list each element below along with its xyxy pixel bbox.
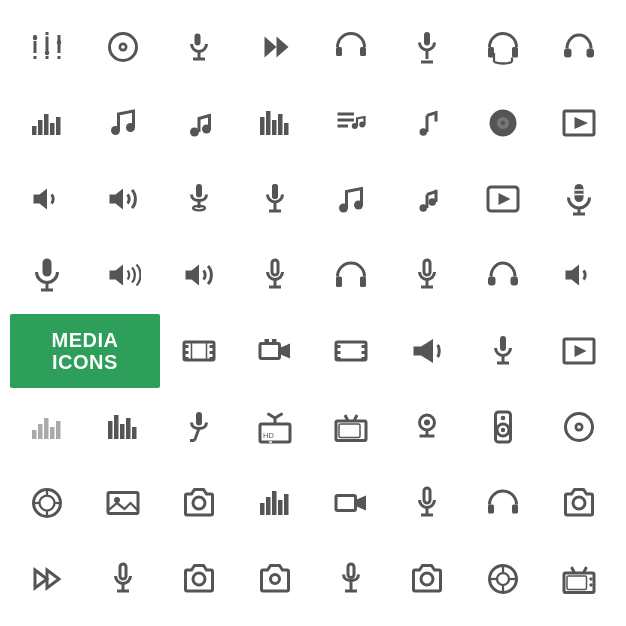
svg-rect-15 xyxy=(195,34,201,46)
icon-video-camera1 xyxy=(238,314,312,388)
svg-rect-110 xyxy=(362,351,367,354)
icon-volume-high xyxy=(86,162,160,236)
svg-rect-98 xyxy=(210,351,215,354)
icon-grid: ♪ xyxy=(10,10,616,616)
svg-rect-106 xyxy=(336,345,341,348)
icon-mic-podcast xyxy=(10,238,84,312)
icon-headphone3 xyxy=(542,10,616,84)
svg-point-65 xyxy=(339,204,348,213)
svg-marker-92 xyxy=(566,265,580,286)
icon-bars-dark xyxy=(86,390,160,464)
svg-rect-72 xyxy=(575,184,584,202)
svg-rect-95 xyxy=(184,351,189,354)
svg-rect-127 xyxy=(132,427,137,439)
svg-point-180 xyxy=(271,575,280,584)
svg-point-142 xyxy=(424,420,430,426)
svg-rect-165 xyxy=(284,494,289,515)
svg-rect-124 xyxy=(114,415,119,439)
svg-rect-35 xyxy=(56,117,61,135)
icon-video-player xyxy=(542,86,616,160)
svg-rect-101 xyxy=(260,344,280,359)
icon-volume-low xyxy=(10,162,84,236)
icon-speaker xyxy=(466,390,540,464)
svg-rect-64 xyxy=(272,184,278,199)
icon-microphone-hand xyxy=(162,10,236,84)
svg-line-134 xyxy=(275,414,283,419)
svg-rect-99 xyxy=(210,357,215,360)
icon-camera-shutter xyxy=(10,466,84,540)
icon-mic-stand3 xyxy=(314,542,388,616)
svg-rect-100 xyxy=(192,342,207,360)
svg-rect-20 xyxy=(336,47,342,56)
icon-headphone4 xyxy=(314,238,388,312)
icon-volume-low2 xyxy=(542,238,616,312)
svg-marker-80 xyxy=(110,265,124,286)
icon-headphone2 xyxy=(466,10,540,84)
icon-music-note5: ♪ xyxy=(390,162,464,236)
svg-rect-163 xyxy=(272,491,277,515)
svg-rect-118 xyxy=(32,430,37,439)
svg-rect-90 xyxy=(488,277,496,286)
svg-rect-7 xyxy=(58,35,61,41)
svg-point-173 xyxy=(573,497,585,509)
svg-rect-86 xyxy=(360,277,366,288)
svg-marker-174 xyxy=(35,570,47,588)
svg-point-36 xyxy=(111,126,120,135)
icon-headphone5 xyxy=(466,238,540,312)
svg-rect-41 xyxy=(266,111,271,135)
svg-rect-33 xyxy=(44,114,49,135)
svg-point-151 xyxy=(577,425,581,429)
icon-music-list xyxy=(314,86,388,160)
svg-point-49 xyxy=(359,122,365,128)
svg-rect-4 xyxy=(46,32,49,35)
icon-mic-outline2 xyxy=(390,238,464,312)
svg-point-50 xyxy=(420,128,428,136)
icon-video-camera2 xyxy=(314,466,388,540)
svg-rect-58 xyxy=(196,184,202,198)
icon-mic-floor xyxy=(162,390,236,464)
icon-camera2 xyxy=(542,466,616,540)
svg-rect-119 xyxy=(38,424,43,439)
media-icons-label: MEDIA ICONS xyxy=(10,314,160,388)
icon-fast-forward xyxy=(238,10,312,84)
svg-rect-107 xyxy=(336,351,341,354)
icon-fast-forward2 xyxy=(10,542,84,616)
icon-image xyxy=(86,466,160,540)
svg-point-9 xyxy=(33,36,38,41)
svg-rect-122 xyxy=(56,421,61,439)
icon-film-strip1 xyxy=(162,314,236,388)
svg-rect-44 xyxy=(284,123,289,135)
svg-rect-22 xyxy=(424,32,430,46)
svg-marker-81 xyxy=(186,265,200,286)
svg-rect-43 xyxy=(278,114,283,135)
icon-music-note3 xyxy=(390,86,464,160)
svg-marker-57 xyxy=(110,189,124,210)
svg-rect-140 xyxy=(339,424,360,438)
icon-tv-retro xyxy=(542,542,616,616)
icon-volume-waves xyxy=(86,238,160,312)
svg-rect-30 xyxy=(587,49,595,58)
svg-point-10 xyxy=(45,51,50,56)
svg-rect-196 xyxy=(590,584,593,587)
svg-marker-112 xyxy=(414,339,434,363)
svg-point-147 xyxy=(501,428,506,433)
svg-rect-162 xyxy=(266,497,271,515)
icon-headphone1 xyxy=(314,10,388,84)
icon-film-strip2 xyxy=(314,314,388,388)
icon-tv-antenna: HD xyxy=(238,390,312,464)
svg-point-186 xyxy=(497,573,509,585)
svg-rect-158 xyxy=(108,493,138,514)
svg-rect-166 xyxy=(336,496,356,511)
svg-rect-161 xyxy=(260,503,265,515)
svg-rect-26 xyxy=(512,47,518,58)
svg-rect-34 xyxy=(50,123,55,135)
svg-text:♪: ♪ xyxy=(433,186,437,195)
svg-rect-2 xyxy=(34,56,37,59)
svg-rect-32 xyxy=(38,120,43,135)
icon-play-circle xyxy=(466,162,540,236)
svg-rect-8 xyxy=(58,56,61,59)
svg-rect-31 xyxy=(32,126,37,135)
svg-rect-168 xyxy=(424,488,430,503)
icon-music-note4 xyxy=(314,162,388,236)
svg-rect-171 xyxy=(488,505,494,514)
